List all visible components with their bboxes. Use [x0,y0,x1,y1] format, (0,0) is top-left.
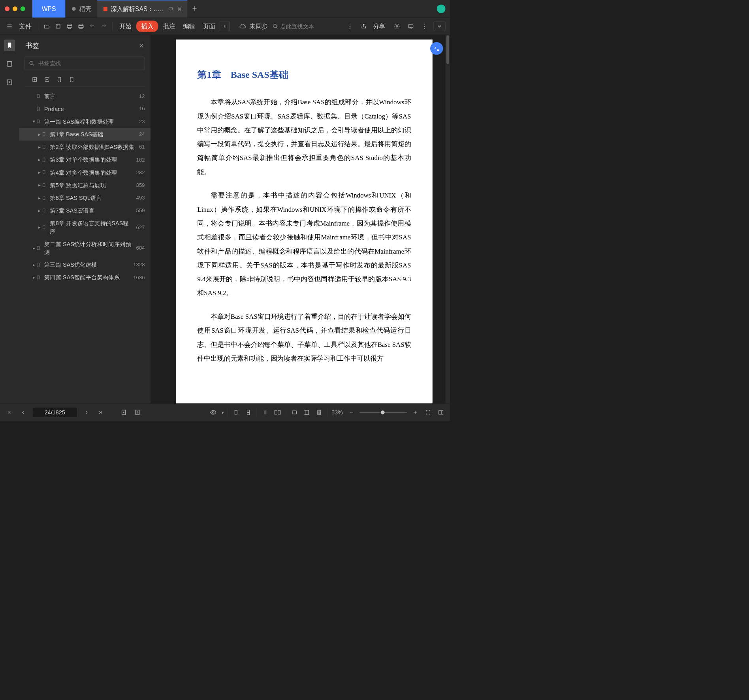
bookmark-item[interactable]: ▸第四篇 SAS智能平台架构体系1636 [19,271,151,284]
vertical-scrollbar[interactable] [445,35,450,403]
save-icon[interactable] [53,21,63,31]
tab-document[interactable]: 深入解析SAS：...业应用_.pdf × [97,0,187,17]
panel-close-button[interactable]: × [139,41,144,51]
add-bookmark-icon[interactable] [56,76,63,83]
maximize-window-button[interactable] [21,6,25,11]
expand-arrow-icon[interactable]: ▾ [31,119,36,124]
expand-arrow-icon[interactable]: ▸ [37,183,42,188]
print-icon[interactable] [65,21,74,31]
bookmark-item[interactable]: ▸第6章 SAS SQL语言493 [19,192,151,204]
menu-insert[interactable]: 插入 [136,21,158,32]
continuous-view-button[interactable] [244,408,253,417]
bookmark-item[interactable]: ▸第三篇 SAS优化建模1328 [19,258,151,271]
rail-bookmarks-button[interactable] [4,40,15,51]
expand-arrow-icon[interactable]: ▸ [37,132,42,137]
fullscreen-button[interactable] [423,408,433,417]
undo-icon[interactable] [88,21,97,31]
dropdown-icon[interactable]: ▾ [222,410,224,415]
bookmark-item[interactable]: Preface16 [19,102,151,115]
first-page-button[interactable] [5,408,14,417]
user-avatar[interactable] [437,4,446,13]
rail-attachments-button[interactable] [4,77,15,88]
menu-annotate[interactable]: 批注 [160,22,178,30]
expand-arrow-icon[interactable]: ▸ [31,245,36,250]
scrollbar-thumb[interactable] [446,36,449,64]
share-icon[interactable] [359,21,369,31]
expand-arrow-icon[interactable]: ▸ [37,225,42,230]
expand-arrow-icon[interactable]: ▸ [31,275,36,280]
bookmark-item[interactable]: ▸第8章 开发多语言支持的SAS程序627 [19,217,151,237]
extract-page-button[interactable] [133,408,142,417]
more-vert-icon[interactable]: ⋮ [420,21,429,31]
rail-thumbnails-button[interactable] [4,58,15,70]
document-scroll[interactable]: 第1章 Base SAS基础 本章将从SAS系统开始，介绍Base SAS的组成… [151,35,450,403]
document-area: 第1章 Base SAS基础 本章将从SAS系统开始，介绍Base SAS的组成… [151,35,450,403]
print-preview-icon[interactable] [76,21,86,31]
bookmark-item[interactable]: 前言12 [19,90,151,102]
zoom-out-button[interactable]: − [346,408,356,417]
next-page-button[interactable] [82,408,91,417]
divider [228,408,228,417]
actual-size-icon[interactable]: 1 [314,408,324,417]
expand-arrow-icon[interactable]: ▸ [37,195,42,200]
feedback-icon[interactable] [406,21,416,31]
bookmark-item[interactable]: ▸第2章 读取外部数据到SAS数据集61 [19,141,151,153]
side-panel-button[interactable] [437,408,446,417]
single-page-view-button[interactable] [231,408,241,417]
single-page-icon[interactable] [261,408,270,417]
expand-arrow-icon[interactable]: ▸ [37,145,42,150]
bookmark-label: 第6章 SAS SQL语言 [50,194,136,202]
new-tab-button[interactable]: + [192,4,197,14]
cloud-sync-icon[interactable] [238,21,247,31]
device-icon[interactable] [168,6,173,12]
hamburger-icon[interactable] [5,21,14,31]
sync-status[interactable]: 未同步 [249,22,271,30]
bookmark-item[interactable]: ▸第3章 对单个数据集的处理182 [19,153,151,166]
tab-docer[interactable]: 稻壳 [65,0,97,17]
tab-wps-home[interactable]: WPS [32,0,66,17]
close-window-button[interactable] [5,6,9,11]
menu-start[interactable]: 开始 [116,22,134,30]
collapse-all-icon[interactable] [44,76,51,83]
expand-arrow-icon[interactable]: ▸ [31,262,36,267]
zoom-level[interactable]: 53% [331,409,343,416]
bookmark-item[interactable]: ▸第1章 Base SAS基础24 [19,128,151,141]
zoom-slider-thumb[interactable] [381,410,385,414]
expand-ribbon-button[interactable] [433,21,445,31]
bookmark-item[interactable]: ▸第7章 SAS宏语言559 [19,204,151,217]
more-icon[interactable]: ⋮ [345,21,355,31]
bookmark-item[interactable]: ▸第4章 对多个数据集的处理282 [19,166,151,179]
add-page-button[interactable] [119,408,128,417]
zoom-in-button[interactable]: + [411,408,420,417]
menu-page[interactable]: 页面 [200,22,218,30]
bookmark-item[interactable]: ▸第二篇 SAS统计分析和时间序列预测684 [19,238,151,258]
bookmark-outline-icon[interactable] [68,76,75,83]
two-page-icon[interactable] [273,408,282,417]
menu-edit[interactable]: 编辑 [180,22,198,30]
expand-arrow-icon[interactable]: ▸ [37,157,42,162]
redo-icon[interactable] [99,21,109,31]
open-icon[interactable] [42,21,51,31]
eye-mode-button[interactable] [209,408,218,417]
zoom-slider[interactable] [359,412,407,412]
minimize-window-button[interactable] [13,6,17,11]
expand-arrow-icon[interactable]: ▸ [37,208,42,213]
close-tab-button[interactable]: × [177,5,182,13]
bookmark-item[interactable]: ▸第5章 数据汇总与展现359 [19,179,151,192]
settings-icon[interactable] [392,21,402,31]
share-button[interactable]: 分享 [373,22,388,30]
prev-page-button[interactable] [19,408,28,417]
fit-page-icon[interactable] [302,408,311,417]
page-number-input[interactable] [32,407,77,417]
expand-all-icon[interactable] [31,76,38,83]
fit-width-icon[interactable] [290,408,299,417]
bookmark-page: 282 [136,169,145,176]
file-menu[interactable]: 文件 [16,22,34,30]
more-menu-button[interactable] [220,21,230,31]
bookmark-search-input[interactable] [25,57,145,70]
search-box[interactable]: 点此查找文本 [273,23,314,30]
translate-float-button[interactable] [430,42,443,55]
last-page-button[interactable] [96,408,105,417]
expand-arrow-icon[interactable]: ▸ [37,170,42,175]
bookmark-item[interactable]: ▾第一篇 SAS编程和数据处理23 [19,115,151,128]
